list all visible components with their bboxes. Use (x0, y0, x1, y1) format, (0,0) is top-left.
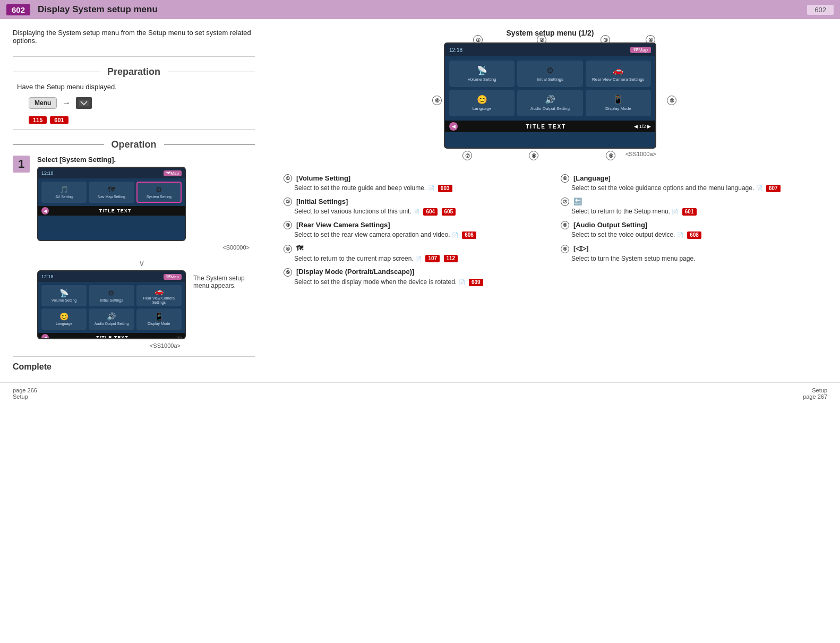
map-button-1: 🗺Map (164, 170, 182, 176)
operation-header: Operation (13, 139, 255, 150)
cell-cam: 🚗 Rear View Camera Settings (136, 285, 182, 306)
diagram-section: System setup menu (1/2) ① ② ③ ④ ⑤ ⑥ ⑦ ⑧ … (273, 29, 827, 158)
desc-title-9: [◁▷] (573, 244, 589, 252)
screen-2-text: The System setup menu appears. (193, 275, 255, 289)
arrow-right-icon: → (62, 98, 71, 108)
ref-601: 601 (682, 208, 697, 216)
desc-item-4: ④ 🗺 Select to return to the current map … (284, 244, 545, 263)
desc-title-5: [Display Mode (Portrait/Landscape)] (296, 268, 414, 276)
map-button-2: 🗺Map (164, 274, 182, 280)
large-cell-init: ⚙ Initial Settings (517, 61, 582, 87)
footer-left-section: Setup (13, 393, 28, 400)
ref-112: 112 (444, 255, 458, 262)
ref-603: 603 (438, 185, 452, 192)
right-column: System setup menu (1/2) ① ② ③ ④ ⑤ ⑥ ⑦ ⑧ … (268, 29, 827, 372)
page-title: Display System setup menu (38, 4, 158, 15)
desc-title-1: [Volume Setting] (296, 174, 350, 182)
ref-608: 608 (687, 232, 701, 239)
screen-1-topbar: 12:18 🗺Map (38, 168, 185, 178)
cell-vol: 📡 Volume Setting (41, 285, 87, 306)
desc-text-2: Select to set various functions of this … (294, 207, 545, 216)
desc-num-5: ⑤ (284, 268, 292, 277)
page-tag-601: 601 (50, 116, 68, 124)
svg-rect-0 (79, 100, 89, 106)
desc-text-1: Select to set the route guide and beep v… (294, 184, 545, 193)
ref-605: 605 (442, 208, 456, 216)
desc-text-3: Select to set the rear view camera opera… (294, 230, 545, 239)
desc-text-9: Select to turn the System setup menu pag… (571, 254, 822, 263)
op-line-right (164, 144, 255, 145)
step-number-1: 1 (13, 156, 30, 173)
callout-6: ⑥ (432, 96, 442, 105)
ref-606: 606 (462, 232, 476, 239)
diagram-wrapper: ① ② ③ ④ ⑤ ⑥ ⑦ ⑧ ⑨ 12:18 🗺Map 📡 (444, 42, 656, 157)
ref-609: 609 (469, 279, 483, 286)
divider-3 (13, 356, 255, 357)
back-btn-1: ◀ (41, 207, 49, 215)
desc-item-3: ③ [Rear View Camera Settings] Select to … (284, 220, 545, 239)
desc-item-7: ⑦ 🔙 Select to return to the Setup menu. … (561, 197, 822, 216)
desc-item-5: ⑤ [Display Mode (Portrait/Landscape)] Se… (284, 267, 545, 286)
cell-init: ⚙ Initial Settings (89, 285, 134, 306)
desc-title-7: 🔙 (573, 198, 582, 205)
footer-right-page: page (803, 393, 816, 400)
callout-8: ⑧ (529, 151, 538, 160)
cell-system-setting[interactable]: ⚙ System Setting (136, 182, 182, 203)
footer-right-section: Setup (812, 387, 827, 393)
cell-av-setting: 🎵 AV Setting (41, 182, 87, 203)
ref-107: 107 (425, 255, 440, 262)
step-1-content: Select [System Setting]. 12:18 🗺Map 🎵 AV… (37, 156, 255, 251)
large-screen-mock: 12:18 🗺Map 📡 Volume Setting ⚙ Initial Se… (444, 42, 656, 149)
footer-left: page 266 Setup (13, 387, 37, 400)
nav-icon (76, 97, 92, 109)
large-back-btn: ◀ (449, 122, 458, 131)
desc-item-6: ⑥ [Language] Select to set the voice gui… (561, 174, 822, 193)
back-btn-2: ◀ (41, 334, 49, 339)
desc-item-9: ⑨ [◁▷] Select to turn the System setup m… (561, 244, 822, 263)
menu-button[interactable]: Menu (29, 97, 57, 109)
step-1-label: Select [System Setting]. (37, 156, 255, 164)
cell-audio: 🔊 Audio Output Setting (89, 308, 134, 330)
header-line-left (13, 72, 100, 73)
intro-text: Displaying the System setup menu from th… (13, 29, 255, 45)
desc-num-1: ① (284, 174, 292, 183)
desc-num-3: ③ (284, 221, 292, 229)
desc-num-2: ② (284, 198, 292, 206)
cell-nav-map: 🗺 Nav Map Setting (89, 182, 134, 203)
step-arrow-down: ∨ (29, 258, 255, 268)
screen-2-grid: 📡 Volume Setting ⚙ Initial Settings 🚗 Re… (38, 282, 185, 333)
menu-flow: Menu → (29, 97, 255, 109)
screen-mock-1: 12:18 🗺Map 🎵 AV Setting 🗺 Nav Map Settin… (37, 167, 186, 241)
footer-left-number: 266 (28, 387, 37, 393)
footer-right: Setup page 267 (803, 387, 827, 400)
footer-left-page: page (13, 387, 25, 393)
screen-1-bottom: ◀ TITLE TEXT (38, 206, 185, 216)
large-cell-display: 📱 Display Mode (586, 90, 651, 116)
divider-1 (13, 56, 255, 57)
desc-list: ① [Volume Setting] Select to set the rou… (273, 174, 827, 290)
main-layout: Displaying the System setup menu from th… (0, 19, 840, 372)
step-1-screen2-row: 12:18 🗺Map 📡 Volume Setting ⚙ Initial Se… (37, 270, 255, 349)
desc-title-2: [Initial Settings] (296, 198, 348, 205)
large-cell-audio: 🔊 Audio Output Setting (517, 90, 582, 116)
cell-display: 📱 Display Mode (136, 308, 182, 330)
page-tag-115: 115 (29, 116, 47, 124)
screen-1-grid: 🎵 AV Setting 🗺 Nav Map Setting ⚙ System … (38, 178, 185, 206)
large-screen-top: 12:18 🗺Map (445, 44, 655, 56)
desc-num-4: ④ (284, 245, 292, 253)
footer: page 266 Setup Setup page 267 (0, 382, 840, 404)
screen-2-caption: <SS1000a> (37, 342, 181, 349)
callout-5: ⑤ (667, 96, 676, 105)
desc-title-3: [Rear View Camera Settings] (296, 221, 390, 229)
callout-9: ⑨ (606, 151, 615, 160)
cell-lang: 😊 Language (41, 308, 87, 330)
screen-mock-2: 12:18 🗺Map 📡 Volume Setting ⚙ Initial Se… (37, 270, 186, 339)
desc-text-5: Select to set the display mode when the … (294, 278, 545, 287)
ref-607: 607 (766, 185, 781, 192)
desc-item-2: ② [Initial Settings] Select to set vario… (284, 197, 545, 216)
screen-2-bottom: ◀ TITLE TEXT 1/2 (38, 333, 185, 339)
desc-text-4: Select to return to the current map scre… (294, 254, 545, 263)
diagram-title: System setup menu (1/2) (273, 29, 827, 37)
preparation-title: Preparation (104, 66, 164, 78)
complete-label: Complete (13, 362, 255, 372)
